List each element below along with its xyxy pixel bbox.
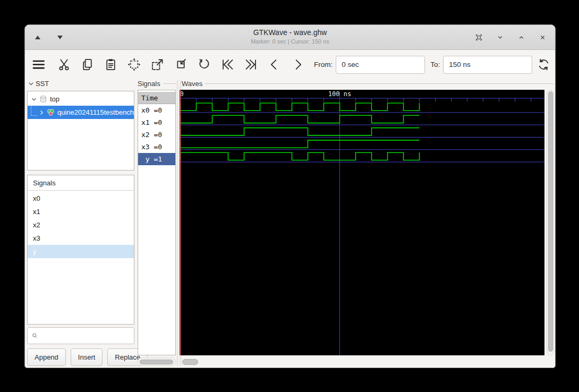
signal-buttons: Append Insert Replace <box>27 348 148 366</box>
minimize-chevron-button[interactable] <box>495 32 505 42</box>
values-horizontal-scrollbar[interactable] <box>138 357 176 366</box>
wave-vertical-scrollbar[interactable] <box>547 90 554 355</box>
maximize-chevron-icon <box>517 33 526 42</box>
value-row-value: =0 <box>154 143 162 151</box>
waves-frame-label: Waves <box>182 80 554 88</box>
toolbar: From: To: <box>25 50 555 79</box>
tree-guide-line <box>31 106 37 116</box>
signal-list-item-x2[interactable]: x2 <box>28 218 134 232</box>
to-end-button[interactable] <box>243 57 259 73</box>
waveform-x0 <box>181 103 420 110</box>
wave-vertical-scrollbar-thumb[interactable] <box>548 91 553 352</box>
tree-item-label: quine20241115testbench <box>57 108 134 116</box>
paste-button[interactable] <box>103 57 118 73</box>
titlebar-left-buttons <box>32 25 65 49</box>
down-triangle-icon <box>57 36 63 39</box>
copy-button[interactable] <box>79 57 95 73</box>
value-row-name: x1 <box>141 118 150 126</box>
from-input[interactable] <box>336 56 425 74</box>
signal-list-item-x0[interactable]: x0 <box>28 192 134 205</box>
value-row-name: x3 <box>141 143 150 151</box>
module-icon <box>46 108 55 117</box>
minimize-chevron-icon <box>496 33 505 42</box>
waveform-y <box>181 152 420 160</box>
up-triangle-icon <box>35 36 40 39</box>
to-label: To: <box>430 61 440 69</box>
menu-button[interactable] <box>30 57 46 73</box>
signal-search[interactable] <box>27 327 134 344</box>
signal-list-panel: Signals x0x1x2x3y <box>27 175 134 325</box>
sst-header-label: SST <box>36 80 49 88</box>
fit-window-icon <box>474 33 483 42</box>
values-frame-label-text: Signals <box>138 80 160 88</box>
value-row-name: x0 <box>141 106 150 114</box>
value-row-value: =0 <box>154 118 162 126</box>
wave-canvas[interactable]: 0100 ns <box>180 90 544 355</box>
sst-tree-panel: topquine20241115testbench <box>27 91 134 171</box>
zoom-in-button[interactable] <box>149 57 165 73</box>
gtkwave-window: GTKWave - wave.ghw Marker: 0 sec | Curso… <box>24 24 556 368</box>
waveform-x2 <box>181 128 420 135</box>
value-row-x2[interactable]: x2 =0 <box>138 129 175 141</box>
from-label: From: <box>314 61 333 69</box>
waveform-svg: 0100 ns <box>180 90 544 355</box>
fit-window-button[interactable] <box>473 32 484 42</box>
titlebar[interactable]: GTKWave - wave.ghw Marker: 0 sec | Curso… <box>25 25 555 50</box>
sst-tree-item-quine20241115testbench[interactable]: quine20241115testbench <box>28 106 134 119</box>
wave-horizontal-scrollbar-thumb[interactable] <box>182 359 198 365</box>
insert-button[interactable]: Insert <box>71 348 103 366</box>
to-input[interactable] <box>443 56 532 74</box>
signal-list-item-x1[interactable]: x1 <box>28 205 134 218</box>
value-row-name: x2 <box>141 131 150 139</box>
waveform-x3 <box>181 140 420 148</box>
values-horizontal-scrollbar-thumb[interactable] <box>140 360 173 364</box>
to-start-button[interactable] <box>219 57 235 73</box>
zoom-fit-button[interactable] <box>126 57 142 73</box>
signal-list-item-y[interactable]: y <box>28 245 134 258</box>
tree-item-label: top <box>50 95 59 103</box>
search-icon <box>31 331 38 340</box>
search-input[interactable] <box>38 331 134 340</box>
values-panel: Time x0 =0x1 =0x2 =0x3 =0y =1 <box>138 90 176 355</box>
waveform-x1 <box>181 115 420 123</box>
value-row-x0[interactable]: x0 =0 <box>138 104 175 116</box>
signal-list-item-x3[interactable]: x3 <box>28 232 134 245</box>
expander-down-icon[interactable] <box>30 95 38 104</box>
value-row-value: =0 <box>154 106 162 114</box>
values-frame-label: Signals <box>138 80 176 88</box>
titlebar-up-button[interactable] <box>32 32 43 42</box>
next-button[interactable] <box>289 57 305 73</box>
close-icon <box>538 33 547 42</box>
chevron-down-icon <box>28 80 35 87</box>
value-row-x3[interactable]: x3 =0 <box>138 141 175 153</box>
sst-header[interactable]: SST <box>28 80 49 88</box>
prev-button[interactable] <box>266 57 282 73</box>
undo-button[interactable] <box>196 57 212 73</box>
window-controls <box>473 25 548 49</box>
reload-button[interactable] <box>537 57 551 73</box>
database-icon <box>39 95 48 104</box>
maximize-chevron-button[interactable] <box>516 32 526 42</box>
value-row-x1[interactable]: x1 =0 <box>138 116 175 129</box>
value-row-y[interactable]: y =1 <box>138 153 175 165</box>
sst-tree-item-top[interactable]: top <box>28 92 134 106</box>
zoom-out-button[interactable] <box>173 57 189 73</box>
cut-button[interactable] <box>56 57 72 73</box>
append-button[interactable]: Append <box>27 348 66 366</box>
waves-frame-label-text: Waves <box>182 80 202 88</box>
time-header[interactable]: Time <box>138 92 175 104</box>
titlebar-down-button[interactable] <box>55 32 65 42</box>
value-row-value: =1 <box>154 155 162 163</box>
value-row-value: =0 <box>154 131 162 139</box>
close-button[interactable] <box>537 32 548 42</box>
value-row-name: y <box>141 155 150 163</box>
signal-list-header: Signals <box>28 175 134 191</box>
expander-right-icon[interactable] <box>37 108 46 117</box>
